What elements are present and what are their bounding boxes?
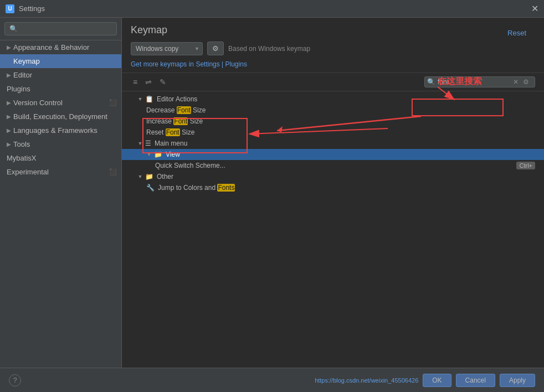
ok-button[interactable]: OK (423, 374, 451, 387)
folder-icon: 📁 (145, 173, 153, 180)
collapse-all-button[interactable]: ⇌ (143, 76, 154, 87)
sidebar-item-label: Tools (13, 140, 30, 148)
sidebar-item-label: Version Control (13, 99, 63, 107)
sidebar-item-label: MybatisX (7, 154, 36, 162)
tree-node-other[interactable]: ▼ 📁 Other (122, 171, 544, 182)
arrow-icon: ▶ (7, 127, 11, 133)
menu-icon: ☰ (145, 140, 151, 147)
sidebar-item-build[interactable]: ▶ Build, Execution, Deployment (0, 110, 121, 123)
keymap-select-wrapper: Windows copy (131, 42, 203, 55)
sidebar-item-plugins[interactable]: Plugins (0, 82, 121, 96)
search-input[interactable] (438, 78, 510, 86)
sidebar-item-languages[interactable]: ▶ Languages & Frameworks (0, 123, 121, 137)
sidebar-item-label: Keymap (13, 57, 40, 65)
apply-button[interactable]: Apply (500, 374, 535, 387)
tree-node-quick-switch[interactable]: Quick Switch Scheme... Ctrl+ (122, 160, 544, 171)
help-button[interactable]: ? (9, 374, 21, 386)
sidebar-item-keymap[interactable]: Keymap (0, 54, 121, 68)
sidebar-item-label: Appearance & Behavior (13, 43, 89, 51)
based-on-text: Based on Windows keymap (228, 45, 310, 53)
search-icon: 🔍 (427, 78, 435, 86)
sidebar-item-appearance[interactable]: ▶ Appearance & Behavior (0, 40, 121, 54)
experimental-icon: ⬛ (109, 168, 117, 176)
tree-node-label: Main menu (155, 140, 535, 147)
font-highlight: Font (173, 117, 188, 125)
tree-node-jump-to-colors[interactable]: 🔧 Jump to Colors and Fonts (122, 182, 544, 193)
tree-node-increase-font[interactable]: Increase Font Size (122, 116, 544, 127)
tree-node-editor-actions[interactable]: ▼ 📋 Editor Actions (122, 94, 544, 105)
arrow-icon: ▶ (7, 141, 11, 147)
reset-button[interactable]: Reset (499, 27, 535, 39)
sidebar-item-label: Plugins (7, 85, 30, 93)
tree-node-label: Reset Font Size (146, 128, 535, 136)
bottom-bar: ? https://blog.csdn.net/weixin_45506426 … (0, 368, 544, 392)
folder-icon: 📋 (145, 95, 153, 103)
bottom-left: ? (9, 374, 21, 386)
bottom-right: https://blog.csdn.net/weixin_45506426 OK… (315, 374, 535, 387)
content-header: Keymap Reset Windows copy ⚙ Based on Win… (122, 18, 544, 73)
toolbar-icons: ≡ ⇌ ✎ (131, 76, 168, 87)
tree-node-decrease-font[interactable]: Decrease Font Size (122, 105, 544, 116)
sidebar-item-mybatisx[interactable]: MybatisX (0, 151, 121, 165)
close-button[interactable]: ✕ (531, 3, 538, 14)
sidebar-search-area (0, 18, 121, 40)
arrow-icon: ▶ (7, 114, 11, 120)
tree-arrow-icon: ▼ (137, 141, 143, 146)
keymap-select[interactable]: Windows copy (131, 42, 203, 55)
title-bar: U Settings ✕ (0, 0, 544, 18)
sidebar: ▶ Appearance & Behavior Keymap ▶ Editor … (0, 18, 122, 368)
sidebar-item-experimental[interactable]: Experimental ⬛ (0, 165, 121, 179)
get-more-link[interactable]: Get more keymaps in Settings | Plugins (131, 60, 247, 68)
search-settings-button[interactable]: ⚙ (522, 78, 530, 86)
search-box: 🔍 ✕ ⚙ (424, 76, 535, 87)
font-highlight: Fonts (217, 184, 235, 192)
search-clear-button[interactable]: ✕ (512, 78, 520, 86)
sidebar-item-label: Editor (13, 71, 32, 79)
sidebar-item-label: Build, Execution, Deployment (13, 112, 107, 121)
tree-area: ▼ 📋 Editor Actions Decrease Font Size In… (122, 91, 544, 368)
folder-icon: 📁 (154, 151, 162, 158)
cancel-button[interactable]: Cancel (456, 374, 495, 387)
tree-arrow-icon: ▼ (146, 152, 152, 157)
edit-button[interactable]: ✎ (157, 76, 168, 87)
page-title: Keymap (131, 24, 167, 36)
tree-node-label: View (166, 151, 535, 158)
tree-node-view[interactable]: ▼ 📁 View (122, 149, 544, 160)
arrow-icon: ▶ (7, 100, 11, 106)
sidebar-item-label: Languages & Frameworks (13, 126, 97, 135)
action-icon: 🔧 (146, 184, 155, 192)
arrow-icon: ▶ (7, 72, 11, 78)
get-more-row: Get more keymaps in Settings | Plugins (131, 60, 535, 68)
tree-arrow-icon: ▼ (137, 174, 143, 179)
tree-node-label: Other (157, 173, 535, 180)
gear-button[interactable]: ⚙ (207, 42, 224, 55)
main-layout: ▶ Appearance & Behavior Keymap ▶ Editor … (0, 18, 544, 368)
csdn-link[interactable]: https://blog.csdn.net/weixin_45506426 (315, 377, 418, 384)
keymap-row: Windows copy ⚙ Based on Windows keymap (131, 42, 535, 55)
app-icon: U (6, 4, 14, 13)
title-bar-left: U Settings (6, 4, 45, 13)
tree-node-label: Increase Font Size (146, 117, 535, 125)
arrow-icon: ▶ (7, 44, 11, 50)
sidebar-item-label: Experimental (7, 168, 49, 176)
sidebar-item-tools[interactable]: ▶ Tools (0, 137, 121, 151)
toolbar-row: ≡ ⇌ ✎ 🔍 ✕ ⚙ (122, 73, 544, 91)
shortcut-badge: Ctrl+ (516, 162, 535, 169)
tree-node-reset-font[interactable]: Reset Font Size (122, 127, 544, 138)
font-highlight: Font (177, 106, 191, 114)
content-area: Keymap Reset Windows copy ⚙ Based on Win… (122, 18, 544, 368)
tree-node-label: Quick Switch Scheme... (155, 162, 514, 169)
tree-node-main-menu[interactable]: ▼ ☰ Main menu (122, 138, 544, 149)
font-highlight: Font (166, 128, 180, 136)
window-title: Settings (19, 4, 45, 13)
tree-node-label: Jump to Colors and Fonts (158, 184, 535, 192)
sidebar-item-version-control[interactable]: ▶ Version Control ⬛ (0, 96, 121, 110)
tree-node-label: Editor Actions (157, 95, 535, 103)
tree-node-label: Decrease Font Size (146, 106, 535, 114)
sidebar-search-input[interactable] (4, 22, 117, 35)
version-control-icon: ⬛ (109, 99, 117, 106)
tree-arrow-icon: ▼ (137, 96, 143, 102)
sidebar-item-editor[interactable]: ▶ Editor (0, 68, 121, 82)
expand-all-button[interactable]: ≡ (131, 76, 140, 87)
